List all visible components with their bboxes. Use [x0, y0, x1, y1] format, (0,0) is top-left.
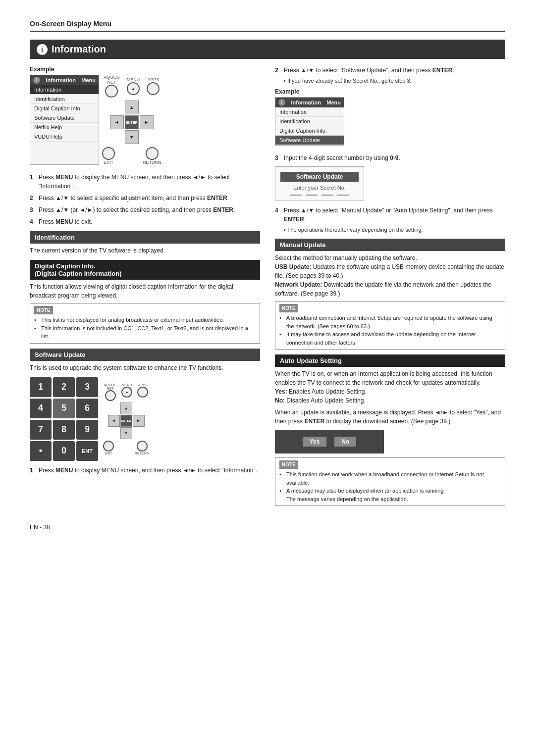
- step-sw-1: 1 Press MENU to display MENU screen, and…: [30, 466, 260, 475]
- menu-item-r1: Identification: [275, 117, 344, 126]
- menu-item-r0: Information: [275, 107, 344, 117]
- note-box-2: NOTE •A broadband connection and Interne…: [275, 301, 505, 350]
- menu-item-0: Information: [30, 85, 99, 95]
- right-column: 2 Press ▲/▼ to select "Software Update",…: [275, 66, 505, 509]
- footer-page: EN - 38: [30, 524, 50, 531]
- no-button[interactable]: No: [334, 437, 356, 447]
- step-r-2-sub: • If you have already set the Secret No.…: [284, 77, 505, 85]
- example-label-2: Example: [275, 88, 505, 95]
- section-title: Information: [52, 44, 106, 55]
- menu-item-r3: Software Update: [275, 136, 344, 145]
- yes-button[interactable]: Yes: [303, 437, 327, 447]
- menu-item-2: Digital Caption Info.: [30, 104, 99, 113]
- menu-item-3: Software Update: [30, 113, 99, 123]
- menu-info-icon-1: i: [33, 77, 40, 84]
- identification-bar: Identification: [30, 231, 260, 244]
- step-r-2: 2 Press ▲/▼ to select "Software Update",…: [275, 66, 505, 75]
- dpad-1: ▲ ◄ ENTER ► ▼: [110, 101, 154, 144]
- page-header: On-Screen Display Menu: [30, 20, 505, 32]
- software-update-body: This is used to upgrade the system softw…: [30, 363, 260, 372]
- sw-update-box: Software Update Enter your Secret No.: [275, 166, 364, 201]
- note-box-3: NOTE •This function does not work when a…: [275, 457, 505, 506]
- menu-header-right-1: Menu: [81, 77, 96, 83]
- menu-diagram-1: i Information Menu Information Identific…: [30, 75, 260, 165]
- step-1-2: 2 Press ▲/▼ to select a specific adjustm…: [30, 194, 260, 202]
- menu-box-header-2: i Information Menu: [275, 98, 344, 107]
- section-title-bar: i Information: [30, 40, 505, 59]
- digital-caption-bar: Digital Caption Info.(Digital Caption In…: [30, 260, 260, 280]
- remote-1: AQUOSNET MENU ▲ APPS ▲: [102, 75, 161, 165]
- page-footer: EN - 38: [30, 524, 505, 531]
- menu-diagram-2: i Information Menu Information Identific…: [275, 97, 505, 146]
- numpad-container: 1 2 3 4 5 6 7 8 9 • 0 ENT AQUOSNET: [30, 377, 260, 461]
- step-list-1: 1 Press MENU to display the MENU screen,…: [30, 173, 260, 226]
- step-r-3: 3 Input the 4-digit secret number by usi…: [275, 153, 505, 162]
- digital-caption-body: This function allows viewing of digital …: [30, 282, 260, 300]
- step-1-3: 3 Press ▲/▼ (or ◄/►) to select the desir…: [30, 205, 260, 214]
- menu-item-r2: Digital Caption Info.: [275, 126, 344, 136]
- note-box-1: NOTE •This list is not displayed for ana…: [30, 303, 260, 344]
- menu-box-1: i Information Menu Information Identific…: [30, 75, 99, 165]
- menu-header-label-1: Information: [46, 77, 76, 83]
- menu-item-5: VUDU Help: [30, 132, 99, 142]
- yes-no-box: Yes No: [275, 430, 384, 454]
- auto-update-body: When the TV is on, or when an Internet a…: [275, 369, 505, 405]
- left-column: Example i Information Menu Information I…: [30, 66, 260, 509]
- menu-box-2: i Information Menu Information Identific…: [275, 97, 344, 146]
- page-header-title: On-Screen Display Menu: [30, 20, 111, 28]
- main-content: Example i Information Menu Information I…: [30, 66, 505, 509]
- step-1-4: 4 Press MENU to exit.: [30, 217, 260, 226]
- numpad: 1 2 3 4 5 6 7 8 9 • 0 ENT: [30, 377, 98, 461]
- manual-update-body: Select the method for manually updating …: [275, 253, 505, 298]
- software-update-bar: Software Update: [30, 349, 260, 361]
- step-r-4-sub: • The operations thereafter vary dependi…: [284, 226, 505, 234]
- menu-box-header-1: i Information Menu: [30, 75, 99, 85]
- menu-item-4: Netflix Help: [30, 123, 99, 132]
- identification-body: The current version of the TV software i…: [30, 246, 260, 255]
- manual-update-bar: Manual Update: [275, 239, 505, 251]
- step-1-1: 1 Press MENU to display the MENU screen,…: [30, 173, 260, 191]
- remote-2: AQUOSNET MENU ▲ APPS ▲: [103, 383, 149, 455]
- auto-update-body2: When an update is available, a message i…: [275, 408, 505, 426]
- step-r-4: 4 Press ▲/▼ to select "Manual Update" or…: [275, 206, 505, 224]
- auto-update-bar: Auto Update Setting: [275, 354, 505, 367]
- menu-item-1: Identification: [30, 95, 99, 104]
- example-label: Example: [30, 66, 260, 73]
- info-icon: i: [37, 44, 48, 55]
